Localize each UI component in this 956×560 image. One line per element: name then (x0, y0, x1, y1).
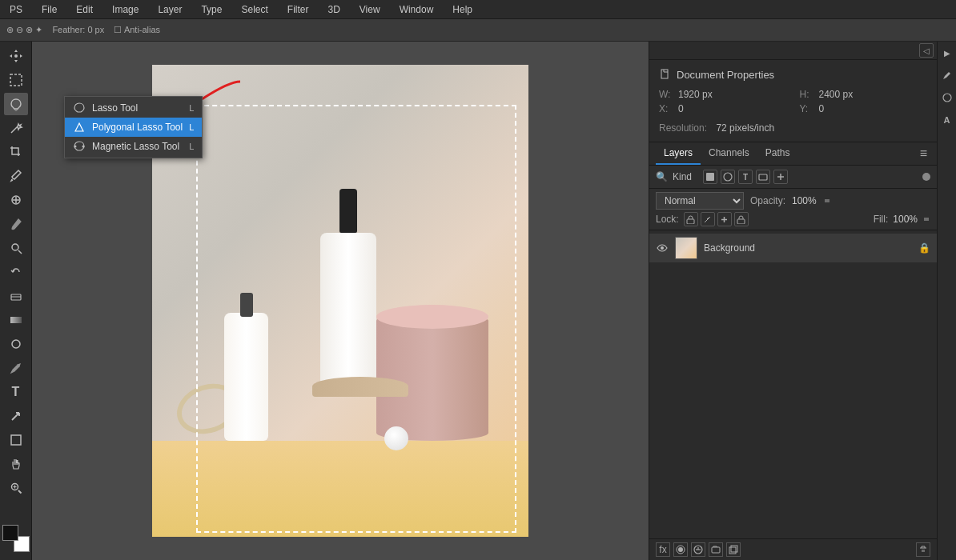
opacity-value: 100% (792, 195, 817, 206)
magic-wand-tool[interactable] (4, 117, 28, 139)
lock-all-btn[interactable] (734, 212, 749, 226)
pen-tool[interactable] (4, 357, 28, 379)
menu-layer[interactable]: Layer (155, 2, 185, 17)
background-layer-row[interactable]: Background 🔒 (649, 234, 937, 262)
svg-rect-14 (687, 219, 694, 224)
lasso-flyout-menu: Lasso Tool L Polygonal Lasso Tool L Magn… (64, 96, 203, 158)
collapse-btn-top[interactable]: ▶ (939, 45, 955, 61)
paths-tab[interactable]: Paths (757, 142, 798, 165)
fx-button[interactable]: fx (656, 542, 670, 557)
channels-tab[interactable]: Channels (701, 142, 757, 165)
text-icon: T (12, 385, 20, 399)
brush-presets-btn[interactable] (939, 67, 955, 83)
healing-brush-tool[interactable] (4, 189, 28, 211)
lock-position-btn[interactable] (701, 212, 715, 226)
resolution-label: Resolution: (659, 122, 707, 134)
svg-point-16 (661, 246, 664, 250)
blend-mode-select[interactable]: Normal Dissolve Multiply Screen Overlay (656, 192, 744, 210)
type-filter-btn[interactable]: T (738, 170, 753, 184)
x-label: X: (659, 103, 675, 114)
menu-image[interactable]: Image (109, 2, 142, 17)
move-tool[interactable] (4, 45, 28, 67)
svg-point-7 (74, 146, 77, 148)
pixel-filter-btn[interactable] (703, 170, 717, 184)
menu-ps[interactable]: PS (6, 2, 26, 17)
right-panel-top-strip: ◁ (649, 42, 937, 60)
menu-view[interactable]: View (356, 2, 384, 17)
lock-pixels-btn[interactable] (684, 212, 698, 226)
layers-tab[interactable]: Layers (656, 142, 701, 165)
menu-select[interactable]: Select (238, 2, 271, 17)
dodge-tool[interactable] (4, 333, 28, 355)
menu-3d[interactable]: 3D (324, 2, 343, 17)
layer-name: Background (704, 242, 912, 254)
fill-label: Fill: (874, 214, 889, 225)
svg-rect-11 (706, 173, 714, 181)
small-bottle (224, 313, 268, 441)
type-panel-btn[interactable]: A (939, 112, 955, 128)
zoom-tool[interactable] (4, 477, 28, 499)
height-label: H: (800, 89, 816, 100)
history-brush-tool[interactable] (4, 261, 28, 283)
lasso-tool[interactable] (4, 93, 28, 115)
shape-tool[interactable] (4, 429, 28, 451)
shape-filter-btn[interactable] (756, 170, 770, 184)
filter-icons-row: T (703, 170, 788, 184)
resolution-row: Resolution: 72 pixels/inch (659, 122, 927, 134)
layer-group-btn[interactable] (709, 542, 723, 557)
color-swatches[interactable] (2, 525, 30, 552)
lock-artboard-btn[interactable] (717, 212, 732, 226)
lasso-tool-option[interactable]: Lasso Tool L (65, 98, 202, 118)
path-selection-tool[interactable] (4, 405, 28, 427)
document-properties-panel: Document Properties W: 1920 px H: 2400 p… (649, 60, 937, 142)
polygonal-lasso-tool-option[interactable]: Polygonal Lasso Tool L (65, 118, 202, 137)
filter-toggle-dot[interactable] (922, 173, 930, 181)
eraser-tool[interactable] (4, 285, 28, 307)
new-layer-btn[interactable] (726, 542, 741, 557)
adjustment-layer-btn[interactable] (691, 542, 705, 557)
svg-rect-5 (11, 435, 21, 445)
menu-help[interactable]: Help (449, 2, 476, 17)
eyedropper-tool[interactable] (4, 165, 28, 187)
layers-menu-btn[interactable]: ≡ (917, 146, 930, 161)
layers-bottom-bar: fx (649, 538, 937, 560)
lock-icons (684, 212, 749, 226)
svg-point-8 (82, 146, 85, 148)
magnetic-lasso-tool-option[interactable]: Magnetic Lasso Tool L (65, 137, 202, 156)
small-bottle-cap (240, 293, 253, 317)
canvas-document (152, 65, 528, 537)
doc-icon (659, 68, 672, 81)
gradient-tool[interactable] (4, 309, 28, 331)
menu-type[interactable]: Type (198, 2, 225, 17)
layers-panel: Layers Channels Paths ≡ 🔍 Kind (649, 142, 937, 560)
opacity-increment-icon (823, 197, 831, 205)
foreground-color-swatch[interactable] (2, 525, 18, 541)
text-tool[interactable]: T (4, 381, 28, 403)
menu-edit[interactable]: Edit (73, 2, 96, 17)
clone-stamp-tool[interactable] (4, 237, 28, 259)
crop-tool[interactable] (4, 141, 28, 163)
layer-lock-icon: 🔒 (918, 242, 930, 254)
tall-bottle (320, 233, 376, 393)
delete-layer-btn[interactable] (916, 542, 930, 557)
menu-window[interactable]: Window (396, 2, 437, 17)
layer-visibility-eye[interactable] (656, 242, 669, 254)
add-mask-btn[interactable] (673, 542, 688, 557)
y-label: Y: (800, 103, 816, 114)
color-panel-btn[interactable] (939, 90, 955, 106)
fill-increment-icon (922, 215, 930, 223)
menu-file[interactable]: File (38, 2, 60, 17)
brush-tool[interactable] (4, 213, 28, 235)
collapse-panel-btn[interactable]: ◁ (919, 43, 934, 58)
adjustment-filter-btn[interactable] (721, 170, 735, 184)
svg-rect-18 (678, 547, 683, 552)
canvas-area: Lasso Tool L Polygonal Lasso Tool L Magn… (32, 42, 649, 560)
blend-line: Normal Dissolve Multiply Screen Overlay … (656, 192, 930, 210)
kind-row: 🔍 Kind T (656, 170, 930, 184)
smart-filter-btn[interactable] (773, 170, 788, 184)
menu-filter[interactable]: Filter (284, 2, 312, 17)
lock-line: Lock: (656, 212, 930, 226)
hand-tool[interactable] (4, 453, 28, 475)
rectangular-marquee-tool[interactable] (4, 69, 28, 91)
y-value: 0 (819, 103, 825, 114)
